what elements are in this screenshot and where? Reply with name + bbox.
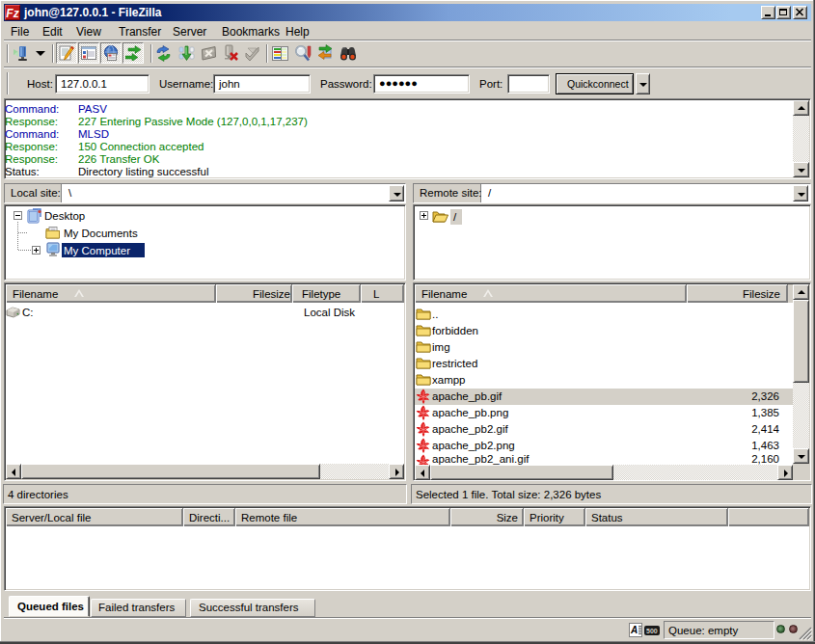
svg-text:Fz: Fz: [6, 7, 18, 20]
